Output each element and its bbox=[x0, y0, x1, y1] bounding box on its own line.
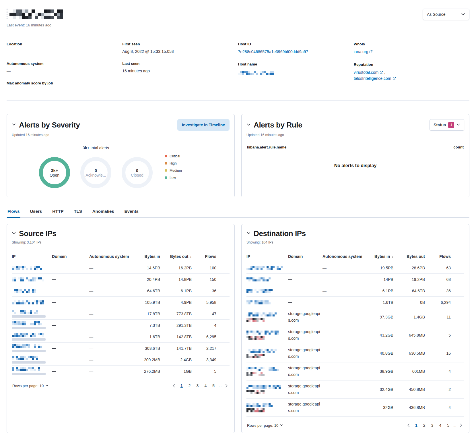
talos-link[interactable]: talosIntelligence.com bbox=[354, 76, 391, 81]
redacted-ip[interactable] bbox=[246, 403, 286, 407]
page-5[interactable]: 5 bbox=[445, 422, 451, 428]
chevron-down-icon bbox=[45, 384, 48, 388]
table-row[interactable]: — — 1.6TB 0B 6,294 bbox=[246, 297, 464, 308]
chevron-right-icon[interactable] bbox=[224, 384, 229, 388]
chevron-right-icon[interactable] bbox=[458, 423, 464, 427]
investigate-in-timeline-button[interactable]: Investigate in Timeline bbox=[177, 119, 230, 131]
table-row[interactable]: storage.googleapis.com 32.4GB 450.8MB 2 bbox=[246, 381, 464, 399]
total-alerts-label: 3k+ total alerts bbox=[39, 146, 153, 150]
redacted-ip[interactable] bbox=[246, 349, 286, 353]
table-row[interactable]: storage.googleapis.com 43.2GB 645.8MB 5 bbox=[246, 326, 464, 344]
table-row[interactable]: storage.googleapis.com 97.3GB 1.4GB 11 bbox=[246, 308, 464, 326]
redacted-ip[interactable] bbox=[246, 385, 286, 389]
tab-flows[interactable]: Flows bbox=[7, 206, 20, 218]
page-2[interactable]: 2 bbox=[421, 422, 427, 428]
tab-tls[interactable]: TLS bbox=[73, 206, 82, 218]
col-ip[interactable]: IP bbox=[12, 254, 52, 259]
col-flows[interactable]: Flows bbox=[194, 254, 217, 259]
page-3[interactable]: 3 bbox=[430, 422, 435, 428]
rows-per-page-button[interactable]: Rows per page: 10 bbox=[247, 423, 283, 428]
page-4[interactable]: 4 bbox=[437, 422, 443, 428]
table-row[interactable]: storage.googleapis.com 38.9GB 601MB 4 bbox=[246, 362, 464, 381]
col-bytes-out[interactable]: Bytes out bbox=[396, 254, 427, 259]
last-event-text: Last event: 16 minutes ago bbox=[7, 23, 63, 27]
page-1[interactable]: 1 bbox=[413, 422, 419, 428]
rows-per-page-button[interactable]: Rows per page: 10 bbox=[12, 384, 48, 388]
table-row[interactable]: — — 105.9TB 4.9PB 5,958 bbox=[12, 297, 230, 308]
table-row[interactable]: — — 1.6TB 142.8TB 6,295 bbox=[12, 331, 230, 343]
table-row[interactable]: — — 20.4PB 14.8PB 150 bbox=[12, 274, 230, 285]
destination-ips-title: Destination IPs bbox=[254, 229, 306, 238]
destination-ips-collapse[interactable]: Destination IPs bbox=[246, 229, 306, 238]
table-row[interactable]: storage.googleapis.com 32GB 436.8MB 4 bbox=[246, 399, 464, 417]
table-row[interactable]: — — 276.2MB 1GB 5 bbox=[12, 366, 230, 377]
redacted-ip[interactable] bbox=[246, 289, 286, 293]
redacted-ip[interactable] bbox=[12, 344, 50, 348]
tab-events[interactable]: Events bbox=[124, 206, 139, 218]
redacted-ip[interactable] bbox=[12, 367, 50, 371]
page-3[interactable]: 3 bbox=[195, 383, 201, 389]
redacted-host-name[interactable] bbox=[238, 71, 274, 75]
redacted-title-pixels bbox=[9, 9, 63, 19]
table-row[interactable]: — — 64.6TB 6.1PB 36 bbox=[12, 285, 230, 297]
chevron-down-icon bbox=[246, 122, 251, 128]
redacted-geo bbox=[12, 361, 46, 364]
high-dot-icon bbox=[165, 162, 167, 165]
status-filter-button[interactable]: Status 1 bbox=[430, 119, 464, 131]
redacted-ip[interactable] bbox=[246, 331, 286, 335]
redacted-ip[interactable] bbox=[246, 312, 286, 316]
tab-users[interactable]: Users bbox=[30, 206, 43, 218]
table-row[interactable]: — — 14.6PB 16.2PB 100 bbox=[12, 262, 230, 274]
redacted-ip[interactable] bbox=[12, 289, 50, 293]
table-row[interactable]: — — 7.3TB 291.3TB 4 bbox=[12, 320, 230, 331]
host-id-link[interactable]: 7e288c04686575a1e3969bf00ddd9a97 bbox=[238, 49, 308, 54]
redacted-ip[interactable] bbox=[246, 266, 286, 270]
alerts-severity-collapse[interactable]: Alerts by Severity bbox=[12, 121, 80, 130]
redacted-ip[interactable] bbox=[12, 300, 50, 304]
table-row[interactable]: storage.googleapis.com 40.8GB 630.5MB 16 bbox=[246, 344, 464, 362]
redacted-ip[interactable] bbox=[246, 277, 286, 281]
redacted-ip[interactable] bbox=[246, 300, 286, 304]
col-domain[interactable]: Domain bbox=[52, 254, 89, 259]
chevron-left-icon[interactable] bbox=[406, 423, 411, 427]
donut-acknowledged[interactable]: 0 Acknowle... bbox=[80, 157, 111, 188]
alerts-rule-collapse[interactable]: Alerts by Rule bbox=[246, 121, 302, 130]
donut-open[interactable]: 3k+ Open bbox=[39, 157, 70, 188]
source-ips-collapse[interactable]: Source IPs bbox=[12, 229, 56, 238]
table-row[interactable]: — — 17.8TB 773.8TB 47 bbox=[12, 308, 230, 320]
redacted-ip[interactable] bbox=[12, 277, 50, 281]
col-as[interactable]: Autonomous system bbox=[322, 254, 366, 259]
redacted-ip[interactable] bbox=[246, 367, 286, 371]
col-bytes-in[interactable]: Bytes in bbox=[137, 254, 162, 259]
col-flows[interactable]: Flows bbox=[427, 254, 451, 259]
table-row[interactable]: — — 14PB 19.2PB 68 bbox=[246, 274, 464, 285]
page-5[interactable]: 5 bbox=[211, 383, 216, 389]
col-domain[interactable]: Domain bbox=[288, 254, 322, 259]
redacted-ip[interactable] bbox=[12, 321, 50, 325]
tab-anomalies[interactable]: Anomalies bbox=[92, 206, 115, 218]
page-4[interactable]: 4 bbox=[203, 383, 208, 389]
table-row[interactable]: — — 303.6TB 141.7TB 2,217 bbox=[12, 343, 230, 354]
redacted-ip[interactable] bbox=[12, 356, 50, 360]
col-bytes-in-sorted[interactable]: Bytes in bbox=[366, 254, 396, 259]
tab-http[interactable]: HTTP bbox=[52, 206, 64, 218]
field-max-anomaly: Max anomaly score by job — bbox=[7, 81, 122, 93]
virustotal-link[interactable]: virustotal.com bbox=[354, 70, 378, 75]
table-row[interactable]: — — 209.2MB 2.4GB 3,349 bbox=[12, 354, 230, 366]
page-1[interactable]: 1 bbox=[179, 383, 184, 389]
col-ip[interactable]: IP bbox=[246, 254, 288, 259]
as-source-select[interactable]: As Source bbox=[423, 9, 469, 20]
redacted-ip[interactable] bbox=[12, 266, 50, 270]
page-2[interactable]: 2 bbox=[187, 383, 193, 389]
col-as[interactable]: Autonomous system bbox=[89, 254, 137, 259]
table-row[interactable]: — — 19.5PB 28.6PB 63 bbox=[246, 262, 464, 274]
title-block: Last event: 16 minutes ago bbox=[7, 9, 63, 27]
redacted-ip[interactable] bbox=[12, 333, 50, 337]
chevron-left-icon[interactable] bbox=[171, 384, 176, 388]
whois-link[interactable]: iana.org bbox=[354, 49, 368, 54]
as-source-value: As Source bbox=[427, 12, 446, 17]
col-bytes-out-sorted[interactable]: Bytes out bbox=[162, 254, 194, 259]
donut-closed[interactable]: 0 Closed bbox=[122, 157, 153, 188]
redacted-ip[interactable] bbox=[12, 310, 50, 314]
table-row[interactable]: — — 6.1PB 64.6TB 36 bbox=[246, 285, 464, 297]
